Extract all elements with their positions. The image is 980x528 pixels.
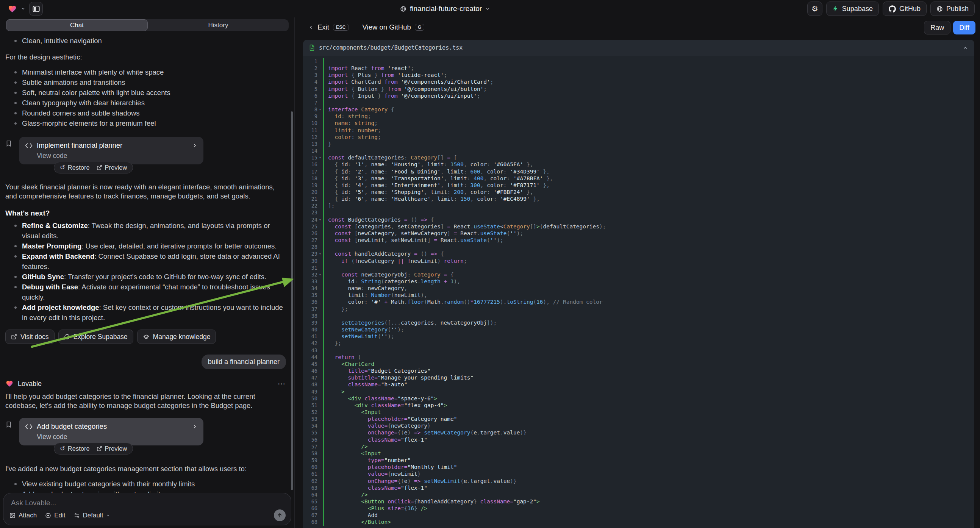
code-line: 11 limit: number; <box>303 127 974 134</box>
code-line: 42 }; <box>303 340 974 347</box>
preview-button[interactable]: Preview <box>97 164 127 171</box>
line-number: 7 <box>303 99 317 106</box>
image-icon <box>10 512 16 518</box>
version-card-implement-financial-planner[interactable]: Implement financial planner View code <box>19 137 204 164</box>
code-line: 17 { id: '2', name: 'Food & Dining', lim… <box>303 168 974 175</box>
publish-button[interactable]: Publish <box>931 2 975 16</box>
globe-icon <box>400 6 406 12</box>
file-added-icon <box>309 44 315 51</box>
fold-chevron-icon <box>317 209 323 216</box>
tab-history[interactable]: History <box>148 19 289 31</box>
chat-composer[interactable]: Ask Lovable... Attach Edit Default <box>3 493 291 525</box>
mode-select[interactable]: Default <box>74 512 111 519</box>
project-switcher[interactable]: financial-future-creator <box>400 0 490 17</box>
attach-button[interactable]: Attach <box>10 512 37 519</box>
fold-chevron-icon <box>317 161 323 168</box>
fold-chevron-icon <box>317 86 323 92</box>
visit-docs-button[interactable]: Visit docs <box>5 329 54 344</box>
code-line: 62 onChange={(e) => setNewLimit(e.target… <box>303 478 974 484</box>
line-number: 4 <box>303 78 317 85</box>
fold-chevron-icon <box>317 182 323 189</box>
restore-button[interactable]: ↺Restore <box>60 164 90 171</box>
chat-scrollbar[interactable] <box>291 111 293 490</box>
supabase-button[interactable]: Supabase <box>826 2 879 16</box>
code-line: 54 value={newCategory} <box>303 422 974 429</box>
fold-chevron-icon <box>317 457 323 464</box>
line-number: 8 <box>303 106 317 113</box>
code-line: 9 id: string; <box>303 113 974 120</box>
settings-button[interactable]: ⚙ <box>807 2 822 16</box>
summary-paragraph: Your sleek financial planner is now read… <box>5 183 286 201</box>
fold-chevron-icon <box>317 175 323 182</box>
line-number: 31 <box>303 264 317 271</box>
fold-chevron-icon[interactable]: ▾ <box>317 154 323 161</box>
code-line: 21 { id: '6', name: 'Healthcare', limit:… <box>303 196 974 202</box>
line-number: 19 <box>303 182 317 189</box>
exit-button[interactable]: Exit ESC <box>309 23 349 32</box>
line-number: 41 <box>303 333 317 340</box>
code-line: 26 const [newCategory, setNewCategory] =… <box>303 230 974 237</box>
manage-knowledge-button[interactable]: Manage knowledge <box>137 329 216 344</box>
fold-chevron-icon <box>317 374 323 381</box>
fold-chevron-icon <box>317 134 323 140</box>
list-item: Clean, intuitive navigation <box>12 36 286 46</box>
line-number: 64 <box>303 491 317 498</box>
raw-toggle-button[interactable]: Raw <box>924 21 950 35</box>
line-number: 14 <box>303 147 317 154</box>
message-menu-button[interactable]: ⋯ <box>278 379 286 388</box>
tab-chat[interactable]: Chat <box>6 19 148 31</box>
explore-supabase-button[interactable]: Explore Supabase <box>58 329 134 344</box>
bookmark-icon[interactable] <box>5 421 12 428</box>
view-code-link[interactable]: View code <box>37 152 197 160</box>
body-paragraph: I've added a new budget categories manag… <box>5 464 286 474</box>
code-line: 31 <box>303 264 974 271</box>
sidebar-toggle-button[interactable] <box>29 2 43 16</box>
fold-chevron-icon <box>317 484 323 491</box>
code-line: 10 name: string; <box>303 120 974 127</box>
fold-chevron-icon[interactable]: ▾ <box>317 250 323 257</box>
restore-button[interactable]: ↺Restore <box>60 445 90 452</box>
code-line: 63 className="flex-1" <box>303 484 974 491</box>
fold-chevron-icon <box>317 478 323 484</box>
line-number: 43 <box>303 347 317 354</box>
lovable-logo-icon[interactable] <box>8 5 17 13</box>
file-header[interactable]: src/components/budget/BudgetCategories.t… <box>303 40 974 56</box>
code-line: 22]; <box>303 202 974 209</box>
view-code-link[interactable]: View code <box>37 433 197 441</box>
version-card-title: Add budget categories <box>37 422 188 431</box>
code-line: 7 <box>303 99 974 106</box>
collapse-file-button[interactable] <box>963 45 968 51</box>
fold-chevron-icon <box>317 361 323 367</box>
fold-chevron-icon <box>317 388 323 395</box>
bookmark-icon[interactable] <box>5 140 12 147</box>
sliders-icon <box>74 512 80 518</box>
view-on-github-button[interactable]: View on GitHub G <box>363 23 425 32</box>
code-line: 29▾ const handleAddCategory = () => { <box>303 250 974 257</box>
fold-chevron-icon[interactable]: ▾ <box>317 216 323 223</box>
code-line: 33 id: String(categories.length + 1), <box>303 278 974 285</box>
fold-chevron-icon[interactable]: ▾ <box>317 271 323 278</box>
code-line: 32▾ const newCategoryObj: Category = { <box>303 271 974 278</box>
code-line: 40 setNewCategory(''); <box>303 326 974 333</box>
code-line: 35 limit: Number(newLimit), <box>303 292 974 299</box>
code-editor[interactable]: 12import React from 'react';3import { Pl… <box>303 56 974 526</box>
line-number: 36 <box>303 299 317 305</box>
fold-chevron-icon[interactable]: ▾ <box>317 106 323 113</box>
fold-chevron-icon <box>317 278 323 285</box>
version-card-add-budget-categories[interactable]: Add budget categories View code <box>19 418 204 445</box>
diff-toggle-button[interactable]: Diff <box>953 21 975 35</box>
preview-button[interactable]: Preview <box>97 445 127 452</box>
github-button[interactable]: GitHub <box>883 2 927 16</box>
code-line: 56 className="flex-1" <box>303 436 974 443</box>
fold-chevron-icon <box>317 285 323 292</box>
fold-chevron-icon <box>317 292 323 299</box>
code-line: 25 const [categories, setCategories] = R… <box>303 223 974 230</box>
code-line: 46 title="Budget Categories" <box>303 367 974 374</box>
edit-button[interactable]: Edit <box>45 512 65 519</box>
send-button[interactable] <box>274 509 286 521</box>
chat-input[interactable]: Ask Lovable... <box>11 499 56 507</box>
github-icon <box>889 5 896 13</box>
chevron-down-icon[interactable] <box>21 6 25 11</box>
chat-message-list[interactable]: Clean, intuitive navigation For the desi… <box>0 33 294 507</box>
line-number: 55 <box>303 429 317 436</box>
